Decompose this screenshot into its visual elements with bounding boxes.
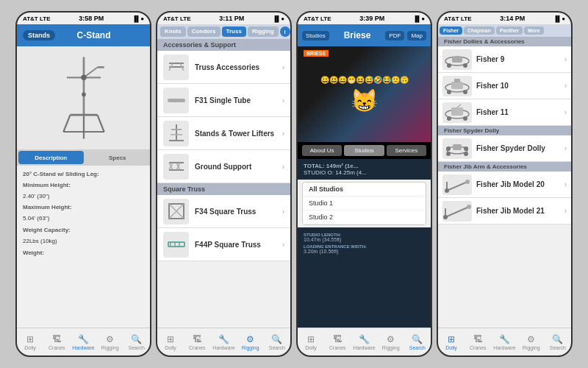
tab-specs[interactable]: Specs (85, 149, 151, 166)
tab-condors[interactable]: Condors (187, 26, 220, 37)
dropdown-header[interactable]: All Studios (303, 183, 426, 197)
time-4: 3:14 PM (500, 15, 525, 22)
tab-dolly-2[interactable]: ⊞Dolly (157, 328, 184, 355)
pdf-btn[interactable]: PDF (385, 31, 404, 40)
menu-item-truss-acc[interactable]: Truss Accessories › (157, 51, 290, 84)
tab-chapman[interactable]: Chapman (464, 26, 495, 35)
svg-point-5 (82, 93, 86, 97)
menu-item-stands[interactable]: Stands & Tower Lifters › (157, 117, 290, 150)
tab-cranes-2[interactable]: 🏗Cranes (184, 328, 210, 355)
fisher-item-jib21[interactable]: Fisher Jib Model 21 › (438, 198, 571, 224)
dropdown-item-studio2[interactable]: Studio 2 (303, 210, 426, 224)
studio-dropdown[interactable]: All Studios Studio 1 Studio 2 (302, 182, 426, 225)
studios-btn[interactable]: Studios (344, 145, 384, 156)
tab-rigging-3[interactable]: ⚙Rigging (378, 328, 404, 355)
status-bar-1: AT&T LTE 3:58 PM ▐▌● (17, 13, 150, 24)
info-icon-2[interactable]: i (280, 26, 290, 37)
fisher-item-10[interactable]: Fisher 10 › (438, 73, 571, 99)
max-height-value: 5.04' (63") (23, 214, 144, 224)
label-f34: F34 Square Truss (195, 208, 282, 216)
fisher-jib-header: Fisher Jib Arm & Accessories (438, 162, 571, 171)
icon-jib20 (442, 174, 472, 195)
time-3: 3:39 PM (359, 15, 384, 22)
hardware-icon-4: 🔧 (499, 334, 510, 344)
fisher-item-9[interactable]: Fisher 9 › (438, 46, 571, 73)
map-btn[interactable]: Map (407, 31, 426, 40)
svg-line-8 (97, 115, 104, 132)
search-icon-2: 🔍 (271, 334, 282, 344)
search-label-1: Search (129, 345, 145, 350)
icon-f34 (163, 199, 189, 224)
tab-search-2[interactable]: 🔍Search (264, 328, 290, 355)
min-height-value: 2.40' (30") (23, 192, 144, 202)
carrier-2: AT&T LTE (163, 15, 190, 22)
menu-item-f31[interactable]: F31 Single Tube › (157, 84, 290, 117)
label-fisher9: Fisher 9 (476, 55, 564, 63)
fisher-item-spyder[interactable]: Fisher Spyder Dolly › (438, 135, 571, 162)
cranes-label-2: Cranes (189, 345, 206, 350)
tab-rigging-1[interactable]: ⚙ Rigging (97, 328, 123, 355)
svg-point-38 (447, 90, 451, 94)
svg-point-44 (463, 116, 467, 121)
tab-truss[interactable]: Truss (222, 26, 246, 37)
back-btn-1[interactable]: Stands (23, 30, 55, 40)
tab-panther[interactable]: Panther (496, 26, 523, 35)
chevron-f44p: › (282, 241, 284, 249)
icons-4: ▐▌● (553, 15, 565, 22)
about-us-btn[interactable]: About Us (302, 145, 342, 156)
studio-length-value: 10.47m (34.55ft) (304, 237, 425, 242)
tab-hardware-2[interactable]: 🔧Hardware (210, 328, 237, 355)
rigging-label-1: Rigging (101, 345, 119, 350)
section-accessories: Accessories & Support (157, 39, 290, 51)
tab-search-3[interactable]: 🔍Search (404, 328, 431, 355)
tab-rigging-bar-2[interactable]: ⚙Rigging (237, 328, 264, 355)
tab-more[interactable]: More (524, 26, 544, 35)
rigging-label-4: Rigging (523, 345, 540, 350)
tab-cranes-4[interactable]: 🏗Cranes (465, 328, 491, 355)
search-label-3: Search (409, 345, 426, 350)
chevron-fisher11: › (564, 108, 567, 116)
icons-2: ▐▌● (273, 15, 284, 22)
tab-cranes-3[interactable]: 🏗Cranes (324, 328, 351, 355)
fisher-item-jib20[interactable]: Fisher Jib Model 20 › (438, 171, 571, 198)
dropdown-item-studio1[interactable]: Studio 1 (303, 197, 426, 210)
services-btn[interactable]: Services (387, 145, 426, 156)
tab-dolly-1[interactable]: ⊞ Dolly (17, 328, 43, 355)
hardware-icon-1: 🔧 (78, 334, 89, 344)
tab-hardware-3[interactable]: 🔧Hardware (351, 328, 377, 355)
phone1-content: Description Specs 20° C-Stand w/ Sliding… (17, 46, 150, 328)
menu-item-ground[interactable]: Ground Support › (157, 150, 290, 183)
menu-item-f34[interactable]: F34 Square Truss › (157, 195, 290, 228)
weight-cap-label: Weight Capacity: (23, 226, 144, 236)
tab-rigging-2[interactable]: Rigging (248, 26, 279, 37)
tab-dolly-4[interactable]: ⊞Dolly (438, 328, 465, 355)
chevron-fisher10: › (564, 82, 567, 90)
tab-search-1[interactable]: 🔍 Search (123, 328, 150, 355)
studio-info: TOTAL: 149m² (1e... STUDIO O: 14.25m (4.… (298, 159, 431, 180)
dolly-icon-2: ⊞ (167, 334, 174, 344)
label-jib21: Fisher Jib Model 21 (476, 207, 564, 215)
studios-tab[interactable]: Studios (302, 31, 329, 40)
total-value: 149m² (1e... (326, 163, 359, 169)
cstand-image (17, 46, 150, 149)
svg-point-59 (467, 205, 471, 209)
hardware-icon-2: 🔧 (218, 334, 229, 344)
menu-item-f44p[interactable]: F44P Square Truss › (157, 228, 290, 261)
phones-container: AT&T LTE 3:58 PM ▐▌● Stands C-Stand (8, 4, 580, 364)
tab-knots[interactable]: Knots (160, 26, 186, 37)
tab-cranes-1[interactable]: 🏗 Cranes (43, 328, 70, 355)
chevron-jib20: › (564, 180, 567, 188)
nav-title-1: C-Stand (55, 30, 132, 40)
icon-ground (163, 154, 189, 180)
tab-description[interactable]: Description (18, 151, 84, 164)
chevron-f31: › (282, 96, 284, 105)
tab-rigging-4[interactable]: ⚙Rigging (518, 328, 545, 355)
tab-hardware-4[interactable]: 🔧Hardware (491, 328, 517, 355)
studio-detail-info: STUDIO LENGTH: 10.47m (34.55ft) LOADING … (298, 227, 431, 328)
tab-hardware-1[interactable]: 🔧 Hardware (70, 328, 96, 355)
icons-1: ▐▌● (132, 15, 144, 22)
tab-dolly-3[interactable]: ⊞Dolly (298, 328, 324, 355)
fisher-item-11[interactable]: Fisher 11 › (438, 99, 571, 126)
tab-search-4[interactable]: 🔍Search (545, 328, 571, 355)
tab-fisher[interactable]: Fisher (440, 26, 462, 35)
